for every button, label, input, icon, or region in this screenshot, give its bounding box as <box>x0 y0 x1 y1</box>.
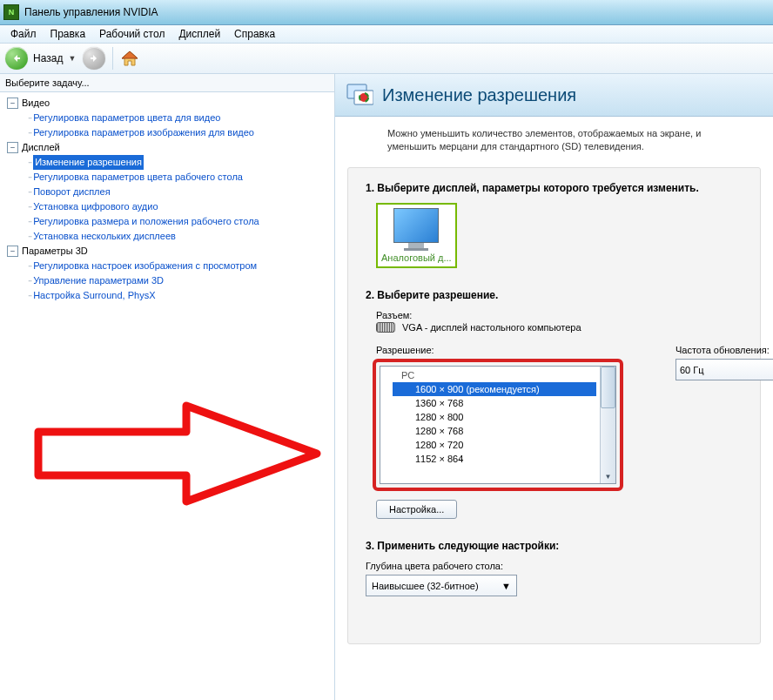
monitor-screen-icon <box>393 208 439 243</box>
back-dropdown-icon[interactable]: ▼ <box>68 54 76 63</box>
tree-item-3d-preview[interactable]: ··Регулировка настроек изображения с про… <box>2 259 333 273</box>
display-thumbnail[interactable]: Аналоговый д... <box>376 203 457 268</box>
tree-item-label: Управление параметрами 3D <box>33 273 164 288</box>
tree-item-label: Настройка Surround, PhysX <box>33 288 155 303</box>
tree-cat-video[interactable]: − Видео <box>2 96 333 111</box>
tree-item-video-color[interactable]: ··Регулировка параметров цвета для видео <box>2 111 333 125</box>
page-title: Изменение разрешения <box>382 85 576 105</box>
tree-item-change-resolution[interactable]: ··Изменение разрешения <box>2 155 333 170</box>
arrow-left-icon <box>11 53 22 64</box>
settings-pane: Изменение разрешения Можно уменьшить кол… <box>335 74 773 700</box>
annotation-highlight-box: PC 1600 × 900 (рекомендуется) 1360 × 768… <box>373 359 623 491</box>
resolution-option[interactable]: 1280 × 800 <box>380 410 600 424</box>
resolution-option[interactable]: 1280 × 768 <box>380 424 600 438</box>
svg-marker-1 <box>122 51 138 58</box>
tree-cat-3d[interactable]: − Параметры 3D <box>2 244 333 259</box>
annotation-arrow-icon <box>30 388 326 519</box>
tree-item-label: Изменение разрешения <box>33 155 144 170</box>
refresh-rate-label: Частота обновления: <box>676 345 773 355</box>
tree-item-video-image[interactable]: ··Регулировка параметров изображения для… <box>2 125 333 140</box>
step-2: 2. Выберите разрешение. Разъем: VGA - ди… <box>366 289 743 519</box>
tree-item-label: Установка нескольких дисплеев <box>33 229 176 244</box>
tree-item-label: Установка цифрового аудио <box>33 199 158 214</box>
menu-help[interactable]: Справка <box>227 26 282 42</box>
color-depth-label: Глубина цвета рабочего стола: <box>366 561 743 571</box>
color-depth-select[interactable]: Наивысшее (32-битное) ▼ <box>366 575 517 596</box>
step-3-title: 3. Применить следующие настройки: <box>366 540 743 552</box>
menu-file[interactable]: Файл <box>3 26 44 42</box>
tree-cat-display-label: Дисплей <box>22 140 60 155</box>
vga-icon <box>376 322 395 333</box>
toolbar: Назад ▼ <box>0 44 773 74</box>
tree-item-rotate-display[interactable]: ··Поворот дисплея <box>2 185 333 199</box>
tree-item-3d-manage[interactable]: ··Управление параметрами 3D <box>2 273 333 288</box>
collapse-icon[interactable]: − <box>7 246 18 257</box>
connector-label: Разъем: <box>376 310 743 320</box>
tree-item-label: Регулировка настроек изображения с просм… <box>33 259 257 273</box>
dropdown-icon: ▼ <box>501 581 511 591</box>
arrow-right-icon <box>89 53 99 64</box>
resolution-option[interactable]: 1280 × 720 <box>380 438 600 452</box>
menu-edit[interactable]: Правка <box>44 26 93 42</box>
color-depth-value: Наивысшее (32-битное) <box>372 581 479 591</box>
home-button[interactable] <box>118 47 141 70</box>
window-title: Панель управления NVIDIA <box>24 6 158 18</box>
app-icon: N <box>3 4 19 20</box>
resolution-option[interactable]: 1152 × 864 <box>380 452 600 466</box>
tree-item-label: Регулировка параметров цвета рабочего ст… <box>33 170 243 185</box>
step-1: 1. Выберите дисплей, параметры которого … <box>366 182 743 268</box>
step-3: 3. Применить следующие настройки: Глубин… <box>366 540 743 596</box>
tree-item-label: Поворот дисплея <box>33 185 110 199</box>
tree-item-desktop-color[interactable]: ··Регулировка параметров цвета рабочего … <box>2 170 333 185</box>
step-2-title: 2. Выберите разрешение. <box>366 289 743 301</box>
toolbar-separator <box>112 47 113 70</box>
resolution-label: Разрешение: <box>376 345 623 355</box>
titlebar: N Панель управления NVIDIA <box>0 0 773 25</box>
task-header: Выберите задачу... <box>0 74 334 92</box>
tree-cat-display[interactable]: − Дисплей <box>2 140 333 155</box>
resolution-listbox[interactable]: PC 1600 × 900 (рекомендуется) 1360 × 768… <box>380 366 616 484</box>
customize-button[interactable]: Настройка... <box>376 500 457 519</box>
collapse-icon[interactable]: − <box>7 98 18 109</box>
tree-cat-video-label: Видео <box>22 96 50 111</box>
home-icon <box>120 49 139 68</box>
menubar: Файл Правка Рабочий стол Дисплей Справка <box>0 25 773 44</box>
tree-item-digital-audio[interactable]: ··Установка цифрового аудио <box>2 199 333 214</box>
task-tree-pane: Выберите задачу... − Видео ··Регулировка… <box>0 74 335 700</box>
forward-button[interactable] <box>83 47 105 70</box>
refresh-rate-value: 60 Гц <box>680 365 704 375</box>
resolution-group: PC <box>380 368 600 382</box>
page-header: Изменение разрешения <box>335 74 773 117</box>
menu-display[interactable]: Дисплей <box>171 26 227 42</box>
display-caption: Аналоговый д... <box>381 252 452 263</box>
task-tree[interactable]: − Видео ··Регулировка параметров цвета д… <box>0 92 334 700</box>
settings-panel: 1. Выберите дисплей, параметры которого … <box>347 167 761 644</box>
connector-value: VGA - дисплей настольного компьютера <box>402 322 581 333</box>
back-button[interactable] <box>5 47 28 70</box>
tree-item-size-position[interactable]: ··Регулировка размера и положения рабоче… <box>2 214 333 229</box>
tree-item-label: Регулировка размера и положения рабочего… <box>33 214 259 229</box>
scrollbar-down-icon[interactable]: ▼ <box>601 469 615 483</box>
listbox-scrollbar[interactable]: ▼ <box>600 367 615 483</box>
step-1-title: 1. Выберите дисплей, параметры которого … <box>366 182 743 194</box>
page-description: Можно уменьшить количество элементов, от… <box>335 117 773 167</box>
menu-desktop[interactable]: Рабочий стол <box>92 26 171 42</box>
tree-item-multi-display[interactable]: ··Установка нескольких дисплеев <box>2 229 333 244</box>
tree-cat-3d-label: Параметры 3D <box>22 244 88 259</box>
resolution-option-selected[interactable]: 1600 × 900 (рекомендуется) <box>393 382 596 396</box>
connector-row: VGA - дисплей настольного компьютера <box>376 322 743 333</box>
back-label[interactable]: Назад <box>33 52 63 64</box>
tree-item-label: Регулировка параметров цвета для видео <box>33 111 220 125</box>
refresh-rate-select[interactable]: 60 Гц ▼ <box>676 359 773 380</box>
collapse-icon[interactable]: − <box>7 142 18 153</box>
tree-item-surround-physx[interactable]: ··Настройка Surround, PhysX <box>2 288 333 303</box>
scrollbar-thumb[interactable] <box>601 367 615 408</box>
content: Выберите задачу... − Видео ··Регулировка… <box>0 74 773 700</box>
page-header-icon <box>346 81 373 109</box>
tree-item-label: Регулировка параметров изображения для в… <box>33 125 254 140</box>
resolution-option[interactable]: 1360 × 768 <box>380 396 600 410</box>
